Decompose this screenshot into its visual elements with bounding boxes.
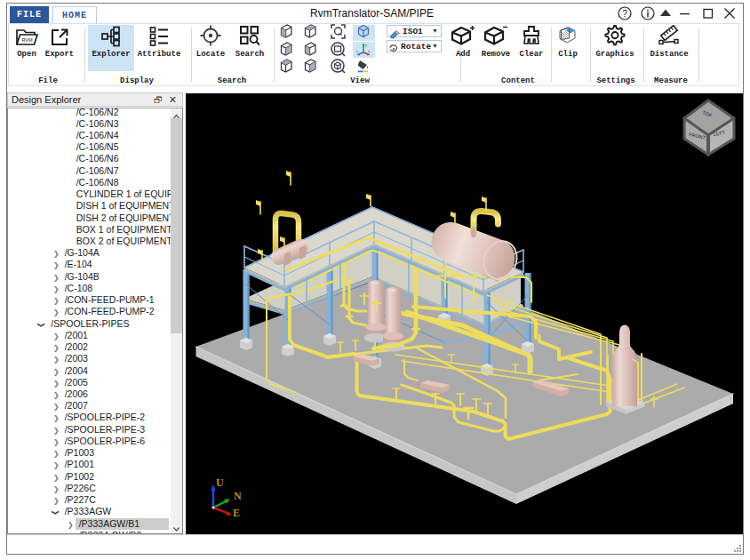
svg-text:y: y — [365, 43, 368, 47]
svg-text:E: E — [233, 507, 240, 519]
svg-text:N: N — [234, 490, 242, 502]
svg-text:RVM: RVM — [21, 37, 33, 43]
svg-text:?: ? — [622, 9, 627, 19]
svg-text:z: z — [356, 49, 358, 53]
svg-text:x: x — [368, 49, 371, 53]
svg-text:U: U — [216, 476, 224, 489]
